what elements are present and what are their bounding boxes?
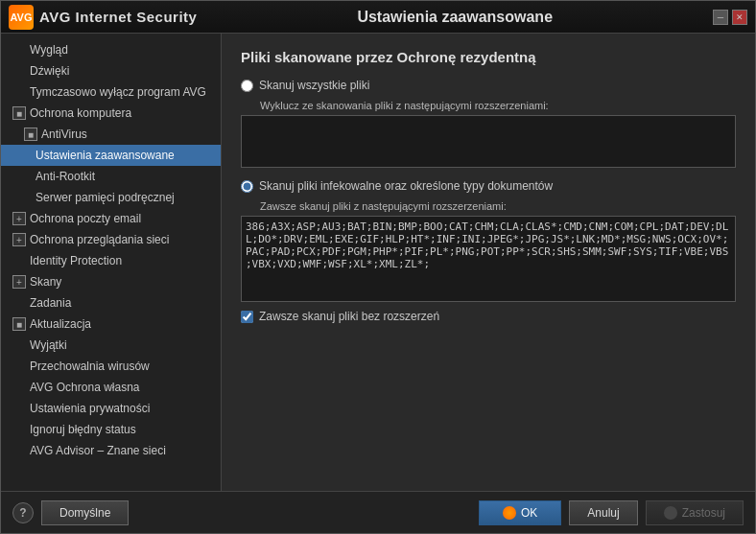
expand-icon-ochrona-poczty[interactable]: + [12, 212, 26, 225]
sidebar-label-aktualizacja: Aktualizacja [30, 317, 91, 331]
close-button[interactable]: ✕ [732, 10, 747, 25]
sidebar-item-wyjatki[interactable]: Wyjątki [1, 335, 221, 356]
avg-logo-icon: AVG [9, 5, 34, 30]
sidebar-label-dzwieki: Dźwięki [30, 64, 69, 78]
minimize-button[interactable]: ─ [713, 10, 728, 25]
title-bar: AVG AVG Internet Security Ustawienia zaa… [1, 1, 755, 34]
radio-scan-infected[interactable]: Skanuj pliki infekowalne oraz określone … [241, 179, 736, 193]
sidebar-item-avg-ochrona-wasna[interactable]: AVG Ochrona własna [1, 377, 221, 398]
checkbox-no-extensions-label: Zawsze skanuj pliki bez rozszerzeń [259, 310, 439, 323]
expand-icon-antivirus[interactable]: ■ [24, 128, 37, 141]
panel-title: Pliki skanowane przez Ochronę rezydentną [241, 49, 736, 65]
main-content: WyglądDźwiękiTymczasowo wyłącz program A… [1, 34, 755, 491]
window-title: Ustawienia zaawansowane [197, 9, 713, 26]
bottom-bar: ? Domyślne OK Anuluj Zastosuj [1, 491, 755, 533]
expand-icon-ochrona-komputera[interactable]: ■ [12, 106, 26, 120]
window-controls: ─ ✕ [713, 10, 747, 25]
expand-icon-aktualizacja[interactable]: ■ [12, 317, 26, 331]
apply-button[interactable]: Zastosuj [646, 500, 744, 525]
sidebar-item-anti-rootkit[interactable]: Anti-Rootkit [1, 166, 221, 187]
sidebar-item-ochrona-poczty[interactable]: +Ochrona poczty email [1, 208, 221, 229]
sidebar-item-aktualizacja[interactable]: ■Aktualizacja [1, 313, 221, 335]
sidebar-item-zadania[interactable]: Zadania [1, 292, 221, 313]
sidebar-label-antivirus: AntiVirus [41, 128, 87, 141]
default-button[interactable]: Domyślne [41, 500, 129, 525]
sidebar-label-skany: Skany [30, 275, 61, 289]
sidebar-label-zadania: Zadania [30, 296, 71, 310]
sidebar-item-serwer-pamieci[interactable]: Serwer pamięci podręcznej [1, 187, 221, 208]
radio-scan-all[interactable]: Skanuj wszystkie pliki [241, 79, 736, 92]
sidebar-label-ochrona-komputera: Ochrona komputera [30, 106, 131, 120]
sidebar-item-ochrona-przegladania[interactable]: +Ochrona przeglądania sieci [1, 229, 221, 250]
sidebar-label-tymczasowo: Tymczasowo wyłącz program AVG [30, 85, 206, 99]
radio-scan-all-input[interactable] [241, 80, 253, 92]
sidebar-item-dzwieki[interactable]: Dźwięki [1, 60, 221, 81]
logo-area: AVG AVG Internet Security [9, 5, 197, 30]
sidebar-label-wyglad: Wygląd [30, 43, 68, 57]
sidebar-item-przechowalniawirusow[interactable]: Przechowalnia wirusów [1, 356, 221, 377]
sidebar-item-antivirus[interactable]: ■AntiVirus [1, 124, 221, 145]
main-window: AVG AVG Internet Security Ustawienia zaa… [0, 0, 756, 534]
content-panel: Pliki skanowane przez Ochronę rezydentną… [222, 34, 755, 491]
sidebar-item-ochrona-komputera[interactable]: ■Ochrona komputera [1, 103, 221, 124]
app-title: AVG Internet Security [39, 9, 197, 25]
sidebar-label-ustawienia-prywatnosci: Ustawienia prywatności [30, 402, 150, 415]
exclude-label: Wyklucz ze skanowania pliki z następując… [260, 100, 736, 111]
ok-icon [503, 506, 516, 520]
radio-scan-infected-label: Skanuj pliki infekowalne oraz określone … [259, 179, 553, 193]
cancel-button[interactable]: Anuluj [569, 500, 637, 525]
sidebar-item-avg-advisor[interactable]: AVG Advisor – Znane sieci [1, 440, 221, 461]
sidebar-item-ustawienia-zaawansowane[interactable]: Ustawienia zaawansowane [1, 145, 221, 166]
sidebar-label-avg-advisor: AVG Advisor – Znane sieci [30, 444, 166, 457]
sidebar-item-ignoruj-bledny-status[interactable]: Ignoruj błędny status [1, 419, 221, 440]
radio-scan-infected-input[interactable] [241, 180, 253, 193]
sidebar-label-ignoruj-bledny-status: Ignoruj błędny status [30, 423, 136, 436]
sidebar-label-serwer-pamieci: Serwer pamięci podręcznej [35, 191, 175, 204]
sidebar-label-ustawienia-zaawansowane: Ustawienia zaawansowane [35, 149, 175, 162]
sidebar-label-identity-protection: Identity Protection [30, 254, 122, 267]
sidebar-label-przechowalniawirusow: Przechowalnia wirusów [30, 360, 150, 373]
sidebar-label-avg-ochrona-wasna: AVG Ochrona własna [30, 381, 140, 394]
extensions-textarea[interactable] [241, 216, 736, 302]
sidebar-label-ochrona-przegladania: Ochrona przeglądania sieci [30, 233, 169, 246]
sidebar-item-skany[interactable]: +Skany [1, 271, 221, 292]
sidebar-label-wyjatki: Wyjątki [30, 338, 67, 352]
apply-icon [664, 506, 677, 520]
radio-scan-all-label: Skanuj wszystkie pliki [259, 79, 369, 92]
sidebar-label-ochrona-poczty: Ochrona poczty email [30, 212, 141, 225]
always-scan-label: Zawsze skanuj pliki z następującymi rozs… [260, 200, 736, 212]
expand-icon-skany[interactable]: + [12, 275, 26, 289]
sidebar-item-wyglad[interactable]: Wygląd [1, 39, 221, 60]
help-button[interactable]: ? [12, 502, 34, 523]
checkbox-no-extensions[interactable] [241, 311, 253, 323]
ok-button[interactable]: OK [479, 500, 561, 525]
expand-icon-ochrona-przegladania[interactable]: + [12, 233, 26, 246]
sidebar: WyglądDźwiękiTymczasowo wyłącz program A… [1, 34, 222, 491]
sidebar-item-identity-protection[interactable]: Identity Protection [1, 250, 221, 271]
sidebar-label-anti-rootkit: Anti-Rootkit [35, 170, 95, 183]
sidebar-item-ustawienia-prywatnosci[interactable]: Ustawienia prywatności [1, 398, 221, 419]
exclude-extensions-textarea[interactable] [241, 115, 736, 168]
sidebar-item-tymczasowo[interactable]: Tymczasowo wyłącz program AVG [1, 81, 221, 103]
checkbox-no-extensions-row: Zawsze skanuj pliki bez rozszerzeń [241, 310, 736, 323]
